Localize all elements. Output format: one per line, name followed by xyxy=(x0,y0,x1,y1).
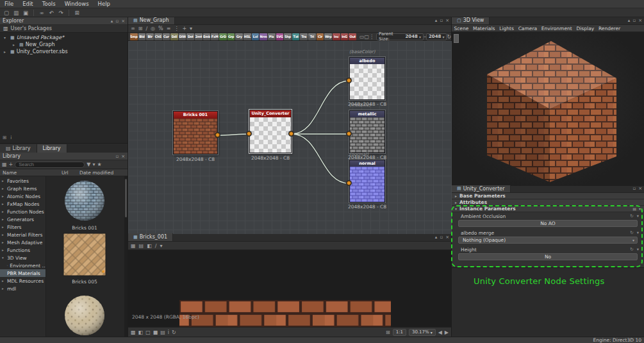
new-file-icon[interactable]: ▢ xyxy=(3,9,10,17)
graph-node-output-albedo[interactable]: albedo xyxy=(349,57,385,100)
comment-icon[interactable]: ▭ xyxy=(359,34,365,40)
half-icon[interactable]: ◧ xyxy=(147,243,152,249)
menu-tools[interactable]: Tools xyxy=(38,1,60,7)
tab-new-graph[interactable]: ▤ New_Graph xyxy=(128,17,175,24)
link-icon[interactable]: ∞ xyxy=(38,9,45,17)
float-icon[interactable]: ▫ xyxy=(440,17,443,24)
connector-converter-input[interactable] xyxy=(247,131,251,136)
zoom-percent-icon[interactable]: % xyxy=(158,26,163,31)
palette-node-button[interactable]: Lvl xyxy=(252,33,260,40)
menu-edit[interactable]: Edit xyxy=(18,1,37,7)
float-icon[interactable]: ▫ xyxy=(115,17,119,25)
refresh-icon[interactable]: ↻ xyxy=(172,330,176,335)
library-tree-item[interactable]: ▸Favorites xyxy=(0,177,45,185)
open-icon[interactable]: ▥ xyxy=(12,9,20,17)
expand-arrow-icon[interactable]: ▸ xyxy=(4,49,8,54)
close-icon[interactable]: × xyxy=(121,153,125,160)
connector-normal-input[interactable] xyxy=(347,181,351,185)
float-icon[interactable]: ▫ xyxy=(632,185,636,192)
palette-node-button[interactable]: Ddi xyxy=(170,33,178,40)
info-icon[interactable]: i xyxy=(10,135,12,140)
layers-icon[interactable]: ▤ xyxy=(160,330,165,335)
slash-icon[interactable]: ∕ xyxy=(145,26,147,31)
view-3d-toolbar-handle[interactable] xyxy=(454,34,459,43)
frame-icon[interactable]: ▢ xyxy=(365,34,370,40)
palette-node-button[interactable]: Gry xyxy=(235,33,243,40)
column-name[interactable]: Name xyxy=(0,170,59,176)
refresh-icon[interactable]: ↻ xyxy=(447,34,451,40)
albedo-merge-dropdown[interactable]: Nothing (Opaque) ▾ xyxy=(458,237,638,244)
palette-node-button[interactable]: Wrp xyxy=(324,33,332,40)
grid-icon[interactable]: ⊞ xyxy=(73,9,81,17)
menu-environment[interactable]: Environment xyxy=(539,26,574,31)
view-2d-canvas[interactable]: 2048 x 2048 (RGBA, 16bpc) xyxy=(128,250,452,327)
library-tree-item[interactable]: ▸Atomic Nodes xyxy=(0,192,45,200)
menu-display[interactable]: Display xyxy=(574,26,596,31)
palette-node-button[interactable]: SVG xyxy=(276,33,284,40)
next-icon[interactable]: ▶ xyxy=(445,330,449,335)
palette-node-button[interactable]: Txt xyxy=(292,33,300,40)
tree-item-graph[interactable]: ▸ ▤ New_Graph xyxy=(0,41,128,48)
more-icon[interactable]: ⋮ xyxy=(369,34,374,40)
library-tree-item[interactable]: ▸Graph Items xyxy=(0,185,45,192)
library-tree-item[interactable]: ▸mdl xyxy=(0,285,45,292)
palette-node-button[interactable]: Dst xyxy=(186,33,194,40)
menu-file[interactable]: File xyxy=(0,1,18,7)
expand-arrow-icon[interactable]: ▸ xyxy=(13,42,17,47)
palette-node-button[interactable]: Bld xyxy=(138,33,146,40)
library-tree-item[interactable]: ▸MDL Resources xyxy=(0,277,45,285)
palette-node-button[interactable]: Out xyxy=(349,33,356,40)
dropdown-icon[interactable]: ▾ xyxy=(160,243,162,249)
pin-icon[interactable]: ▴ xyxy=(111,17,113,25)
palette-node-button[interactable]: Emb xyxy=(203,33,211,40)
float-icon[interactable]: ▫ xyxy=(632,17,636,24)
chevron-down-icon[interactable]: ▾ xyxy=(639,206,641,211)
info-icon[interactable]: i xyxy=(168,330,169,335)
square-outline-icon[interactable]: □ xyxy=(145,330,151,335)
filter-icon[interactable]: ▼ xyxy=(87,162,90,167)
tab-library-1[interactable]: ▤ Library xyxy=(0,144,37,153)
undo-icon[interactable]: ↶ xyxy=(47,9,55,17)
palette-node-button[interactable]: DiW xyxy=(179,33,186,40)
channels-icon[interactable]: ▩ xyxy=(131,330,136,335)
float-icon[interactable]: ▫ xyxy=(115,153,119,160)
palette-node-button[interactable]: Blr xyxy=(146,33,154,40)
connector-metallic-input[interactable] xyxy=(347,131,351,136)
palette-node-button[interactable]: Inc xyxy=(333,33,340,40)
size-dropdown[interactable]: 2048 ▾ xyxy=(426,33,447,40)
preset-icon[interactable]: ▤ xyxy=(632,206,636,211)
close-icon[interactable]: × xyxy=(638,17,642,24)
menu-icon[interactable]: ≡ xyxy=(167,26,171,31)
parent-size-control[interactable]: Parent Size: 2048 ▾ xyxy=(376,33,424,40)
add-node-icon[interactable]: + xyxy=(182,26,186,31)
ratio-button[interactable]: 1:1 xyxy=(393,329,406,336)
more-icon[interactable]: ⋮ xyxy=(174,26,179,31)
chevron-down-icon[interactable]: ▾ xyxy=(637,247,639,252)
tab-unity-converter[interactable]: ▤ Unity_Converter xyxy=(452,185,511,192)
palette-node-button[interactable]: HSL xyxy=(244,33,251,40)
menu-camera[interactable]: Camera xyxy=(516,26,539,31)
menu-scene[interactable]: Scene xyxy=(452,26,471,31)
height-dropdown[interactable]: No xyxy=(458,253,638,260)
column-date-modified[interactable]: Date modified xyxy=(77,170,113,176)
redo-icon[interactable]: ↷ xyxy=(57,9,65,17)
chevron-down-icon[interactable]: ▾ xyxy=(637,213,639,219)
close-icon[interactable]: × xyxy=(445,17,449,24)
square-icon[interactable]: ■ xyxy=(153,330,158,335)
reset-icon[interactable]: ↻ xyxy=(630,213,633,219)
prev-icon[interactable]: ◀ xyxy=(438,330,442,335)
ambient-occlusion-dropdown[interactable]: No AO xyxy=(458,220,638,227)
thumbnails-scrollbar[interactable] xyxy=(124,176,128,337)
menu-materials[interactable]: Materials xyxy=(471,26,497,31)
close-icon[interactable]: × xyxy=(121,17,125,25)
palette-node-button[interactable]: GrD xyxy=(219,33,227,40)
pin-icon[interactable]: ▴ xyxy=(435,233,438,241)
tab-bricks-001[interactable]: ▦ Bricks_001 xyxy=(128,233,173,241)
tree-item-package[interactable]: ▸ ▦ Unity_Converter.sbs xyxy=(0,48,128,55)
section-instance-parameters[interactable]: ▾ Instance Parameters ▤ ▾ xyxy=(452,206,644,212)
menu-lights[interactable]: Lights xyxy=(497,26,516,31)
palette-node-button[interactable]: ChS xyxy=(154,33,162,40)
zoom-level-dropdown[interactable]: 30.17% ▾ xyxy=(409,329,436,336)
material-thumbnail-partial[interactable] xyxy=(62,294,107,337)
menu-renderer[interactable]: Renderer xyxy=(597,26,623,31)
